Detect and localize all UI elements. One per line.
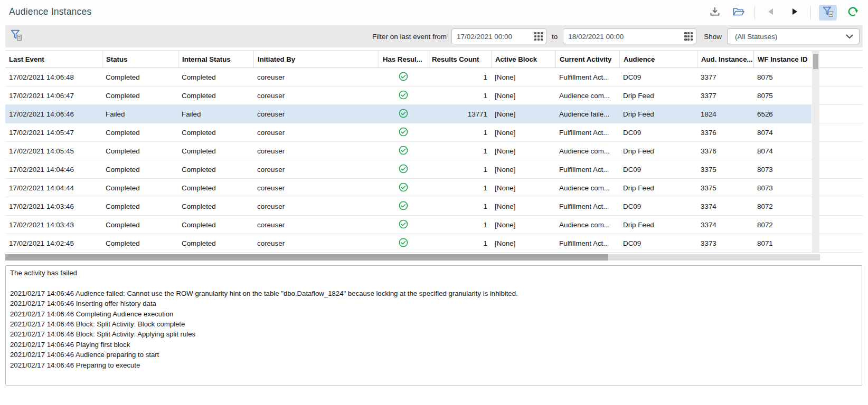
cell-audience: Drip Feed [619, 179, 697, 197]
table-row[interactable]: 17/02/2021 14:06:47 Completed Completed … [5, 86, 863, 105]
cell-results-count: 1 [428, 216, 491, 234]
table-row[interactable]: 17/02/2021 14:03:43 Completed Completed … [5, 216, 863, 234]
cell-initiated-by: coreuser [253, 86, 379, 104]
cell-initiated-by: coreuser [253, 216, 379, 234]
cell-current-activity: Audience com... [555, 179, 619, 197]
date-from-input[interactable] [451, 28, 546, 44]
cell-status: Completed [102, 216, 178, 234]
cell-internal-status: Completed [178, 197, 253, 215]
filter-results-button[interactable] [819, 5, 837, 21]
table-row[interactable]: 17/02/2021 14:04:44 Completed Completed … [5, 179, 863, 197]
table-row[interactable]: 17/02/2021 14:03:46 Completed Completed … [5, 197, 863, 216]
cell-status: Failed [102, 105, 178, 123]
log-line: 2021/02/17 14:06:46 Block: Split Activit… [10, 329, 856, 339]
cell-status: Completed [102, 197, 178, 215]
cell-current-activity: Fulfillment Act... [555, 68, 619, 86]
open-folder-button[interactable] [731, 5, 747, 21]
column-header-audience[interactable]: Audience [619, 51, 697, 68]
horizontal-scrollbar-thumb[interactable] [5, 254, 608, 261]
toolbar-separator [754, 6, 755, 20]
cell-audience: Drip Feed [619, 142, 697, 160]
log-line: The activity has failed [10, 268, 856, 278]
cell-initiated-by: coreuser [253, 179, 379, 197]
cell-aud-instance: 3373 [697, 234, 753, 252]
refresh-button[interactable] [845, 5, 861, 21]
cell-initiated-by: coreuser [253, 197, 379, 215]
success-check-icon [399, 238, 408, 249]
cell-initiated-by: coreuser [253, 160, 379, 178]
cell-aud-instance: 3377 [697, 68, 753, 86]
table-row[interactable]: 17/02/2021 14:06:46 Failed Failed coreus… [5, 105, 863, 123]
cell-results-count: 1 [428, 86, 491, 104]
cell-has-results [379, 68, 428, 86]
cell-wf-instance-id: 8073 [753, 160, 812, 178]
date-to-input[interactable] [563, 28, 696, 44]
cell-initiated-by: coreuser [253, 123, 379, 141]
cell-current-activity: Audience com... [555, 142, 619, 160]
cell-active-block: [None] [491, 105, 555, 123]
cell-results-count: 1 [428, 160, 491, 178]
cell-results-count: 1 [428, 197, 491, 215]
cell-aud-instance: 3376 [697, 123, 753, 141]
log-line: 2021/02/17 14:06:46 Audience failed: Can… [10, 288, 856, 298]
log-line: 2021/02/17 14:06:46 Playing first block [10, 340, 856, 350]
cell-last-event: 17/02/2021 14:06:48 [5, 68, 102, 86]
status-filter-value: (All Statuses) [735, 33, 777, 41]
table-row[interactable]: 17/02/2021 14:06:48 Completed Completed … [5, 68, 863, 86]
calendar-icon[interactable] [534, 32, 543, 41]
cell-results-count: 13771 [428, 105, 491, 123]
cell-audience: DC09 [619, 68, 697, 86]
table-row[interactable]: 17/02/2021 14:05:47 Completed Completed … [5, 123, 863, 142]
cell-wf-instance-id: 8075 [753, 86, 812, 104]
column-header-has-results[interactable]: Has Resul... [379, 51, 428, 68]
cell-audience: Drip Feed [619, 216, 697, 234]
vertical-scrollbar[interactable] [812, 51, 819, 253]
column-header-current-activity[interactable]: Current Activity [555, 51, 619, 68]
cell-active-block: [None] [491, 179, 555, 197]
cell-initiated-by: coreuser [253, 234, 379, 252]
filter-panel-button[interactable] [10, 29, 23, 44]
log-line: 2021/02/17 14:06:46 Preparing to execute [10, 360, 856, 370]
column-header-results-count[interactable]: Results Count [428, 51, 491, 68]
previous-icon [766, 7, 776, 18]
column-header-status[interactable]: Status [102, 51, 178, 68]
column-header-initiated-by[interactable]: Initiated By [253, 51, 379, 68]
calendar-icon[interactable] [684, 32, 693, 41]
cell-initiated-by: coreuser [253, 142, 379, 160]
cell-aud-instance: 3375 [697, 160, 753, 178]
download-icon [709, 6, 721, 20]
cell-internal-status: Completed [178, 234, 253, 252]
cell-current-activity: Fulfillment Act... [555, 234, 619, 252]
horizontal-scrollbar[interactable] [5, 254, 820, 261]
cell-active-block: [None] [491, 197, 555, 215]
log-line [10, 278, 856, 288]
download-button[interactable] [707, 5, 723, 21]
cell-wf-instance-id: 8074 [753, 123, 812, 141]
column-header-active-block[interactable]: Active Block [491, 51, 555, 68]
detail-panel[interactable]: The activity has failed 2021/02/17 14:06… [5, 265, 862, 385]
table-row[interactable]: 17/02/2021 14:04:46 Completed Completed … [5, 160, 863, 179]
column-header-aud-instance[interactable]: Aud. Instance... [697, 51, 753, 68]
success-check-icon [399, 182, 408, 194]
cell-active-block: [None] [491, 160, 555, 178]
column-header-last-event[interactable]: Last Event [5, 51, 102, 68]
table-row[interactable]: 17/02/2021 14:02:45 Completed Completed … [5, 234, 863, 253]
cell-current-activity: Fulfillment Act... [555, 197, 619, 215]
previous-button[interactable] [763, 5, 779, 21]
next-button[interactable] [787, 5, 803, 21]
filter-to-label: to [552, 33, 558, 41]
cell-internal-status: Completed [178, 142, 253, 160]
status-filter-select[interactable]: (All Statuses) [727, 28, 860, 44]
cell-active-block: [None] [491, 234, 555, 252]
cell-last-event: 17/02/2021 14:05:45 [5, 142, 102, 160]
column-header-internal-status[interactable]: Internal Status [178, 51, 253, 68]
column-header-wf-instance-id[interactable]: WF Instance ID [753, 51, 812, 68]
cell-wf-instance-id: 6526 [753, 105, 812, 123]
vertical-scrollbar-thumb[interactable] [813, 54, 818, 69]
cell-last-event: 17/02/2021 14:06:46 [5, 105, 102, 123]
open-folder-icon [732, 6, 745, 20]
cell-has-results [379, 142, 428, 160]
table-row[interactable]: 17/02/2021 14:05:45 Completed Completed … [5, 142, 863, 160]
cell-active-block: [None] [491, 216, 555, 234]
cell-last-event: 17/02/2021 14:05:47 [5, 123, 102, 141]
